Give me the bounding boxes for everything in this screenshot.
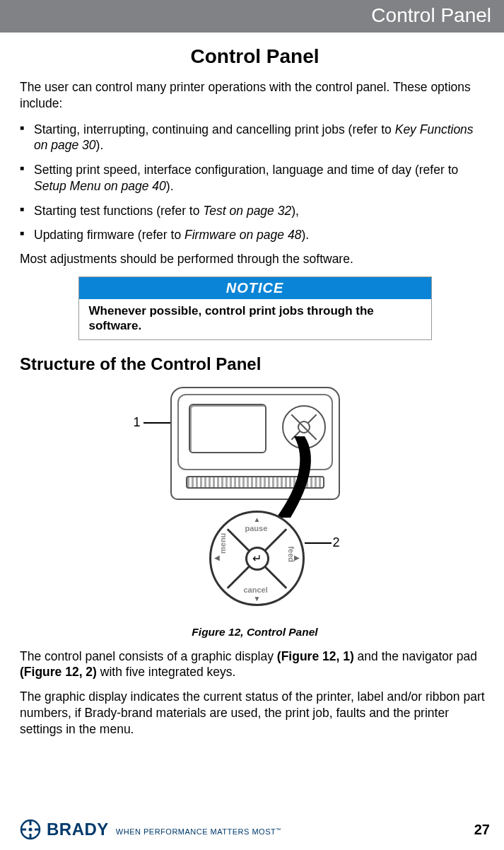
graphic-display-icon: [189, 404, 266, 453]
text: and the navigator pad: [354, 649, 477, 663]
list-ref: Setup Menu on page 40: [34, 179, 166, 193]
callout-2-label: 2: [333, 535, 340, 550]
brand-name: BRADY: [47, 820, 109, 839]
svg-rect-2: [30, 820, 32, 825]
navigator-pad-icon: ▲ ▼ ◀ ▶ pause cancel menu feed ↵: [209, 511, 305, 606]
pad-label-pause: pause: [245, 524, 268, 532]
list-text: ).: [96, 138, 104, 152]
notice-heading: NOTICE: [79, 277, 431, 299]
body-paragraph: The graphic display indicates the curren…: [20, 689, 490, 737]
notice-box: NOTICE Whenever possible, control print …: [78, 276, 432, 340]
page-content: Control Panel The user can control many …: [0, 45, 504, 737]
brand-logo: BRADY: [20, 819, 109, 840]
callout-swoosh-icon: [273, 436, 322, 521]
arrow-left-icon: ◀: [214, 554, 220, 561]
list-text: ),: [291, 204, 299, 218]
svg-rect-3: [30, 834, 32, 839]
page-footer: BRADY WHEN PERFORMANCE MATTERS MOST™ 27: [0, 815, 504, 850]
callout-1-label: 1: [134, 415, 141, 430]
pad-label-cancel: cancel: [244, 586, 268, 594]
body-paragraph: The control panel consists of a graphic …: [20, 648, 490, 681]
feature-list: Starting, interrupting, continuing and c…: [20, 122, 490, 244]
figure-caption: Figure 12, Control Panel: [20, 626, 490, 639]
pad-label-feed: feed: [287, 546, 295, 562]
list-text: Setting print speed, interface configura…: [34, 163, 458, 177]
arrow-up-icon: ▲: [254, 516, 261, 523]
mini-pad-center-icon: [298, 421, 310, 433]
list-item: Setting print speed, interface configura…: [20, 162, 490, 194]
brady-badge-icon: [20, 819, 41, 840]
text: with five integrated keys.: [97, 665, 235, 679]
list-item: Starting, interrupting, continuing and c…: [20, 122, 490, 154]
list-text: Starting, interrupting, continuing and c…: [34, 122, 395, 136]
enter-glyph: ↵: [252, 552, 262, 565]
list-item: Starting test functions (refer to Test o…: [20, 203, 490, 219]
brand-tagline: WHEN PERFORMANCE MATTERS MOST™: [116, 823, 281, 836]
notice-body: Whenever possible, control print jobs th…: [79, 299, 431, 339]
text: The control panel consists of a graphic …: [20, 649, 277, 663]
enter-key-icon: ↵: [245, 547, 269, 571]
page-title: Control Panel: [20, 45, 490, 68]
page-number: 27: [474, 822, 490, 838]
callout-line: [305, 542, 332, 544]
list-text: ).: [301, 228, 309, 242]
figure-ref: (Figure 12, 2): [20, 665, 97, 679]
svg-point-1: [29, 828, 33, 832]
list-text: ).: [166, 179, 174, 193]
svg-rect-5: [35, 829, 40, 831]
list-item: Updating firmware (refer to Firmware on …: [20, 227, 490, 243]
section-title: Structure of the Control Panel: [20, 354, 490, 374]
header-section-label: Control Panel: [371, 4, 491, 26]
list-ref: Firmware on page 48: [184, 228, 301, 242]
list-text: Updating firmware (refer to: [34, 228, 184, 242]
intro-paragraph: The user can control many printer operat…: [20, 79, 490, 112]
trademark-symbol: ™: [276, 827, 281, 832]
header-bar: Control Panel: [0, 0, 504, 33]
figure-control-panel: 1 ▲ ▼ ◀ ▶ pause cancel menu feed: [128, 387, 382, 620]
software-note: Most adjustments should be performed thr…: [20, 252, 490, 267]
figure-ref: (Figure 12, 1): [277, 649, 354, 663]
pad-label-menu: menu: [218, 532, 227, 553]
list-ref: Test on page 32: [203, 204, 291, 218]
svg-rect-4: [21, 829, 26, 831]
arrow-down-icon: ▼: [254, 595, 261, 602]
tagline-text: WHEN PERFORMANCE MATTERS MOST: [116, 827, 276, 836]
list-text: Starting test functions (refer to: [34, 204, 203, 218]
